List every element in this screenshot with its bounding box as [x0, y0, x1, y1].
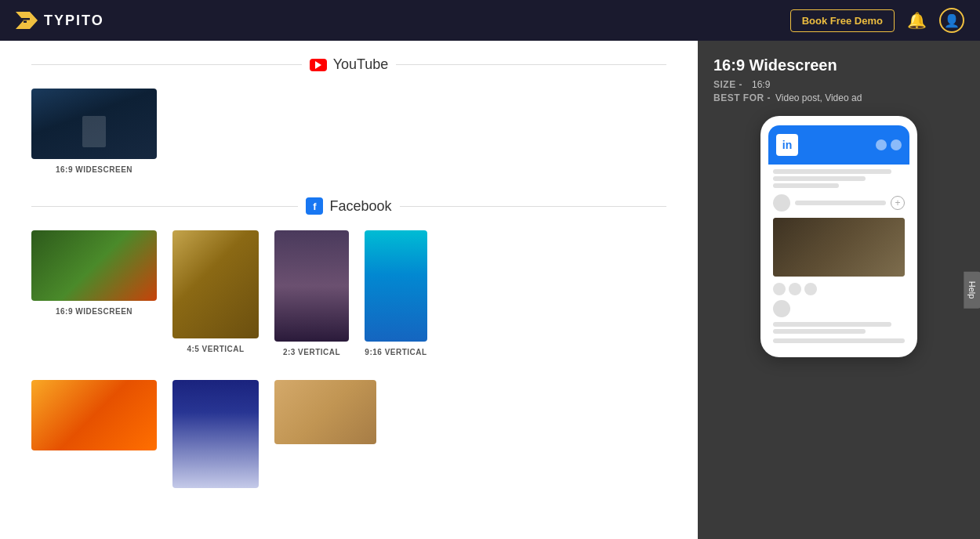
fb-section-line-left: [31, 206, 298, 207]
template-fb-splash[interactable]: [31, 380, 157, 488]
book-demo-button[interactable]: Book Free Demo: [790, 9, 895, 32]
phone-dots: [876, 139, 902, 150]
phone-content: +: [768, 165, 909, 348]
template-fb-23[interactable]: 2:3 VERTICAL: [274, 230, 349, 356]
thumbnail-fb-916: [365, 230, 427, 342]
youtube-section-header: YouTube: [31, 56, 666, 73]
thumbnail-fb-splash: [31, 380, 157, 450]
size-label: SIZE -: [713, 79, 742, 90]
header: TYPITO Book Free Demo 🔔 👤: [0, 0, 980, 41]
phone-footer-line: [773, 338, 905, 343]
right-panel: 16:9 Widescreen SIZE - 16:9 BEST FOR - V…: [698, 41, 980, 539]
fb-section-line-right: [400, 206, 666, 207]
section-line-left: [31, 64, 302, 65]
phone-name-line: [795, 201, 886, 205]
label-fb-916: 9:16 VERTICAL: [365, 348, 426, 356]
phone-video-thumb: [773, 218, 905, 277]
label-fb-23: 2:3 VERTICAL: [283, 348, 340, 356]
youtube-label: YouTube: [333, 56, 389, 73]
phone-text-line-1: [773, 322, 891, 327]
typito-logo-icon: [16, 12, 38, 29]
best-for-row: BEST FOR - Video post, Video ad: [713, 92, 964, 103]
panel-title: 16:9 Widescreen: [713, 56, 964, 74]
label-fb-45: 4:5 VERTICAL: [187, 345, 244, 353]
thumbnail-fb-people: [274, 380, 376, 444]
reaction-dot-1: [773, 283, 786, 295]
section-line-right: [396, 64, 666, 65]
panel-meta: SIZE - 16:9 BEST FOR - Video post, Video…: [713, 79, 964, 103]
phone-line-2: [773, 176, 866, 181]
phone-dot-2: [891, 139, 902, 150]
template-yt-169[interactable]: 16:9 WIDESCREEN: [31, 89, 157, 174]
logo-area: TYPITO: [16, 12, 104, 29]
phone-avatar: [773, 194, 790, 212]
youtube-icon: [310, 59, 327, 71]
thumbnail-yt-169: [31, 89, 157, 159]
facebook-section-title: f Facebook: [306, 197, 391, 215]
user-avatar-icon[interactable]: 👤: [939, 8, 964, 33]
template-fb-916[interactable]: 9:16 VERTICAL: [365, 230, 427, 356]
phone-avatar-row: +: [773, 194, 905, 212]
size-value: 16:9: [752, 79, 770, 90]
facebook-label: Facebook: [329, 198, 391, 215]
bell-icon[interactable]: 🔔: [907, 11, 927, 30]
thumbnail-fb-runners: [172, 380, 259, 488]
reaction-dot-3: [804, 283, 817, 295]
main-layout: YouTube 16:9 WIDESCREEN f Facebook 16:9 …: [0, 41, 980, 539]
thumbnail-fb-23: [274, 230, 349, 342]
phone-text-lines: [773, 322, 905, 334]
template-fb-people[interactable]: [274, 380, 376, 488]
template-fb-169[interactable]: 16:9 WIDESCREEN: [31, 230, 157, 356]
phone-video-inner: [773, 218, 905, 277]
phone-add-btn: +: [891, 196, 905, 210]
youtube-template-grid: 16:9 WIDESCREEN: [31, 89, 666, 174]
phone-reaction-row: [773, 283, 905, 295]
facebook-icon: f: [306, 197, 323, 215]
thumbnail-fb-169: [31, 230, 157, 301]
facebook-template-grid: 16:9 WIDESCREEN 4:5 VERTICAL 2:3 VERTICA…: [31, 230, 666, 356]
header-right: Book Free Demo 🔔 👤: [790, 8, 964, 33]
template-fb-runners[interactable]: [172, 380, 259, 488]
phone-text-line-2: [773, 329, 866, 334]
linkedin-logo: in: [776, 134, 798, 156]
facebook-section-header: f Facebook: [31, 197, 666, 215]
left-panel: YouTube 16:9 WIDESCREEN f Facebook 16:9 …: [0, 41, 698, 539]
phone-line-3: [773, 183, 839, 188]
phone-line-group-1: [773, 169, 905, 188]
phone-notch: in: [768, 125, 909, 165]
template-fb-45[interactable]: 4:5 VERTICAL: [172, 230, 259, 356]
logo-text: TYPITO: [44, 13, 104, 29]
svg-rect-1: [20, 18, 30, 20]
size-row: SIZE - 16:9: [713, 79, 964, 90]
svg-rect-2: [24, 21, 27, 24]
thumbnail-fb-45: [172, 230, 259, 338]
label-yt-169: 16:9 WIDESCREEN: [56, 165, 132, 174]
best-for-value: Video post, Video ad: [775, 92, 862, 103]
phone-line-1: [773, 169, 891, 174]
svg-marker-0: [16, 12, 38, 29]
best-for-label: BEST FOR -: [713, 92, 771, 103]
phone-mockup: in +: [760, 116, 917, 357]
youtube-section-title: YouTube: [310, 56, 389, 73]
phone-circle: [773, 300, 790, 317]
phone-dot-1: [876, 139, 887, 150]
label-fb-169: 16:9 WIDESCREEN: [56, 307, 132, 316]
help-tab[interactable]: Help: [964, 272, 980, 309]
reaction-dot-2: [789, 283, 801, 295]
facebook-template-grid-2: [31, 380, 666, 488]
